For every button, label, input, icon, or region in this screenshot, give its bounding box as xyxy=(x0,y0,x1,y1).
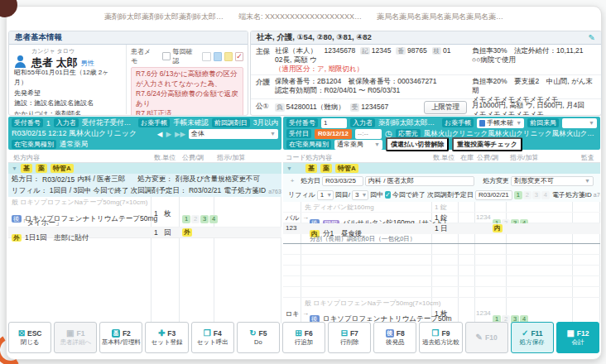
patient-detail-button[interactable]: ▣F1 患者詳細へ xyxy=(54,322,97,353)
checkout-button[interactable]: ▦F12 会計 xyxy=(556,322,599,353)
history-compare-button[interactable]: ❒F9 過去処方比較 xyxy=(419,322,462,353)
refill-copay-badges: 1234 xyxy=(514,191,551,199)
notebook-icon xyxy=(479,120,485,127)
memo-color-blue[interactable] xyxy=(214,52,222,61)
tag-yaku: 薬 xyxy=(320,164,332,173)
next-record-icon[interactable]: ▶ xyxy=(166,130,171,138)
kaigo-label: 介護 xyxy=(256,77,275,88)
rx-right-generic-name-row2[interactable]: 般 ロキソプロフェンNaテープ50mg(7×10cm) xyxy=(283,298,600,309)
rx-left-date: R03/02/15 xyxy=(42,175,75,184)
shuho-right2: ○○病院で使用 xyxy=(472,55,516,64)
usage-mark: 外 xyxy=(182,228,192,237)
rx-right-date-input[interactable]: R03/03/25 xyxy=(322,176,363,186)
ki-value: 12345 xyxy=(372,46,392,55)
set-register-button[interactable]: ✚F3 セット登録 xyxy=(145,322,188,353)
eda-tag: 枝 xyxy=(432,47,442,55)
limit-manage-button[interactable]: 上限管理 xyxy=(424,101,467,114)
edit-icon[interactable]: ✎ xyxy=(589,33,595,42)
function-toolbar: ⊠ESC 閉じる ▣F1 患者詳細へ 基F2 基本料/管理料 ✚F3 セット登録… xyxy=(8,322,599,353)
rx-right-change-select[interactable]: 剤形変更不可▼ xyxy=(511,176,594,186)
add-row-button[interactable]: ⊞F6 行追加 xyxy=(282,322,325,353)
empty-row[interactable] xyxy=(283,266,600,276)
set-recall-button[interactable]: ❐F4 セット呼出 xyxy=(191,322,234,353)
pharmacy-name: 薬局名薬局名薬局名薬局名薬局名薬… xyxy=(377,12,503,22)
reception-left: 受付番号 1 入力者 受付花子受付花子… お薬手帳 手帳未確認 前回調剤日 3月… xyxy=(8,117,281,150)
kohi-label: 公① xyxy=(256,101,275,112)
recv-no-label: 受付番号 xyxy=(12,118,43,127)
memo-color-yellow[interactable] xyxy=(224,52,233,61)
kaigo-right1: 負担率20% 要支援2 中山間, がん末期 xyxy=(472,77,593,94)
recv-r-techo-select[interactable]: 手帳未確 ▼ xyxy=(477,118,524,128)
memo-color-white[interactable] xyxy=(202,52,210,61)
rx-right-group-header[interactable]: ▼ 基 薬 特管A xyxy=(283,163,600,174)
recv-r-type-select[interactable]: 通常薬局 ▼ xyxy=(334,140,382,150)
memo-confirm-label: 毎回確認 xyxy=(173,47,197,65)
shuho-right1: 負担率30% 法定外給付：10,11,21 xyxy=(472,46,583,55)
rx-right-drug-row[interactable]: バル → 後 RMP バルサルタン錠160mg［サンド］ 1 錠 1234 12… xyxy=(283,213,600,223)
col-right-copay: 公費/調 xyxy=(477,153,498,162)
check-icon: ✓ xyxy=(522,329,528,338)
drug-code[interactable]: バル xyxy=(286,213,299,223)
prev-record-icon[interactable]: ◀ xyxy=(157,130,163,138)
empty-row[interactable] xyxy=(283,255,600,266)
col-left-qty: 数.単位 xyxy=(154,153,176,162)
rx-left-generic-name-row[interactable]: 般 ロキソプロフェンNaテープ50mg(7×10cm) xyxy=(8,197,281,208)
memo-color-selected[interactable]: ✓ xyxy=(235,52,243,61)
col-right-directive: 指示/加算 xyxy=(510,153,538,162)
reimburse-toggle-button[interactable]: 償還払い切替解除 xyxy=(386,137,449,151)
history-icon: ❒ xyxy=(432,329,440,338)
empty-row[interactable] xyxy=(283,276,600,287)
recv-r-date-input[interactable]: R03/12/12 xyxy=(315,129,352,139)
ki-tag: 記 xyxy=(360,47,370,55)
rx-left-eid: a7631694-0021-b xyxy=(268,189,281,194)
refill-count-select[interactable]: 1▼ xyxy=(317,190,334,200)
insurance-row-kohi: 公① 負 54280011（難病） 受 1234567 上限管理 月10000円… xyxy=(251,99,601,116)
drug-code[interactable]: ロキ xyxy=(286,309,299,318)
delete-row-button[interactable]: ⊟F7 行削除 xyxy=(328,322,371,353)
rx-right-drug-row2[interactable]: ロキ → 後 ロキソプロフェンナトリウムテープ50m 1 枚 1234 1234 xyxy=(283,309,600,319)
rx-right-doctor-input[interactable]: 内科 / 医者太郎 xyxy=(365,176,474,186)
rx-right-brand-row[interactable]: 先 ディオバン錠160mg 1 錠 xyxy=(283,202,600,213)
rx-right-usage-row[interactable]: 123 内 分1 昼食後 1 日 内 xyxy=(283,223,600,234)
empty-row[interactable] xyxy=(283,244,600,255)
recv-no: 1 xyxy=(46,119,50,127)
usage-code[interactable]: 123 xyxy=(286,224,296,232)
patient-kakaritsuke: かかりつけ：薬剤師名 xyxy=(14,109,121,116)
recv-r-time-input[interactable]: --:-- xyxy=(355,129,382,139)
rx-left-group-header[interactable]: ▼ 基 薬 特管A xyxy=(8,163,281,174)
patient-panel-title: 患者基本情報 xyxy=(9,31,248,45)
recv-r-techo-label: お薬手帳 xyxy=(442,118,474,127)
add-row-button[interactable]: + xyxy=(286,177,299,184)
recv-r-prev-select[interactable]: ▼ xyxy=(562,118,597,128)
next-date-input[interactable]: R03/02/21 xyxy=(475,190,512,200)
repeat-icon: ↻ xyxy=(249,329,256,338)
shuho-line2: 02長, 高額 ウ xyxy=(275,55,317,64)
rx-left-usage-row[interactable]: 外 1日1回 患部に貼付 1 回 外 xyxy=(8,228,281,238)
chevron-down-icon: ▼ xyxy=(582,178,590,184)
do-button[interactable]: ↻F5 Do xyxy=(237,322,280,353)
refill-final-checkbox[interactable]: ✓ xyxy=(385,191,391,199)
col-left-content: 処方内容 xyxy=(13,153,40,162)
base-fee-button[interactable]: 基F2 基本料/管理料 xyxy=(99,322,142,353)
filter-select[interactable]: 全体 ▼ xyxy=(189,129,278,139)
save-prescription-button[interactable]: ✓F11 処方保存 xyxy=(511,322,554,353)
switch-arrow: → xyxy=(302,309,309,317)
drug-qty: 1 枚 xyxy=(435,309,448,319)
refill-total-select[interactable]: 3▼ xyxy=(352,190,368,200)
tag-yaku: 薬 xyxy=(36,164,47,173)
usage-mark: 内 xyxy=(493,224,503,232)
usage-unit: 回 xyxy=(164,228,171,238)
memo-confirm-checkbox[interactable] xyxy=(162,52,170,60)
recv-r-no-input[interactable]: 1 xyxy=(321,118,347,128)
shuho-label: 主保 xyxy=(256,46,275,57)
recv-r-type-label: 在宅薬局種別 xyxy=(286,140,331,149)
empty-row[interactable] xyxy=(283,287,600,298)
edit-button[interactable]: ✎F10 xyxy=(465,322,508,353)
rx-left-drug-row[interactable]: 後 ロキソプロフェンナトリウムテープ50mg 「タイホー」 1 枚 1234 xyxy=(8,208,281,228)
generic-button[interactable]: 後F8 後発品 xyxy=(373,322,416,353)
last-record-icon[interactable]: ▶▶ xyxy=(175,130,185,138)
dup-check-button[interactable]: 重複投薬等チェック xyxy=(452,137,522,151)
recv-r-operator: 薬剤師太郎太郎太郎太… xyxy=(378,118,439,128)
memo-text[interactable]: R7.6分 6/13かに高額療養の区分が入力されてなかった為、R7.6/24分高… xyxy=(131,67,243,116)
recv-techo: 手帳未確認 xyxy=(173,118,209,128)
